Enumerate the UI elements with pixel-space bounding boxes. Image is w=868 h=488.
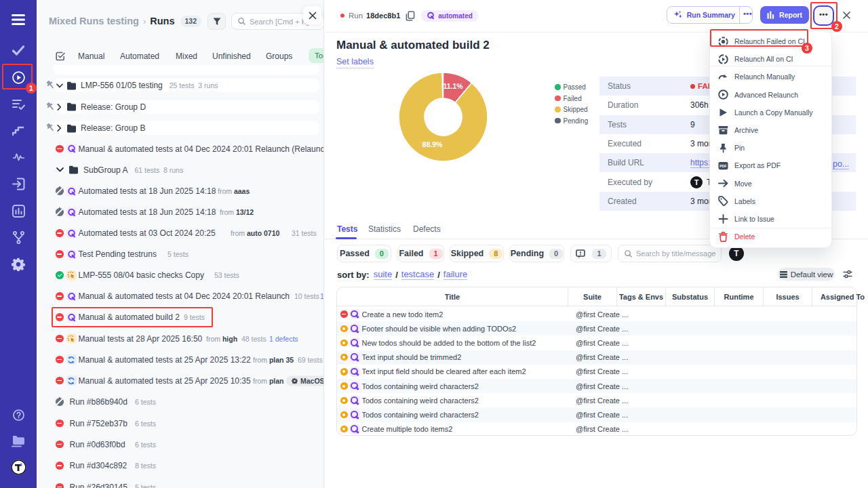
svg-text:88.9%: 88.9%	[422, 140, 443, 148]
svg-text:11.1%: 11.1%	[443, 82, 463, 90]
svg-text:PDF: PDF	[719, 164, 727, 168]
